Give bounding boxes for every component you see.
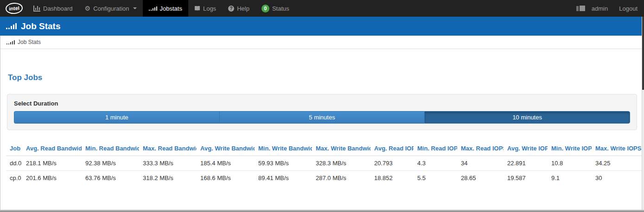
bar-chart-icon [33, 6, 40, 12]
column-header-label: Min. Write IOPS [551, 145, 592, 152]
nav-item-label: Jobstats [160, 5, 182, 12]
column-header-label: Max. Write Bandwidth [316, 145, 370, 152]
column-header-label: Max. Write IOPS [595, 145, 641, 152]
table-cell: 22.891 [504, 156, 548, 171]
duration-option[interactable]: 1 minute [14, 111, 219, 124]
logged-in-user: admin [570, 5, 614, 12]
column-header-label: Avg. Read IOPS [374, 145, 414, 152]
column-header[interactable]: Max. Write Bandwidth [312, 141, 370, 156]
table-cell: 185.4 MB/s [197, 156, 255, 171]
table-cell: 34 [457, 156, 504, 171]
duration-panel: Select Duration 1 minute 5 minutes 10 mi… [7, 94, 637, 130]
table-cell: 287.0 MB/s [312, 171, 370, 186]
duration-panel-label: Select Duration [14, 100, 630, 107]
nav-item-dashboard[interactable]: Dashboard [27, 0, 79, 17]
table-cell: 9.1 [548, 171, 592, 186]
status-count-badge: 0 [261, 5, 269, 12]
column-header-label: Min. Write Bandwidth [258, 145, 312, 152]
chevron-down-icon [133, 7, 137, 9]
page-title: Job Stats [21, 21, 61, 31]
table-cell: 5.5 [414, 171, 457, 186]
table-cell: 18.852 [370, 171, 414, 186]
column-header[interactable]: Max. Write IOPS [592, 141, 644, 156]
duration-button-group: 1 minute 5 minutes 10 minutes [14, 111, 630, 124]
table-cell: 19.587 [504, 171, 548, 186]
column-header-label: Max. Read IOPS [461, 145, 504, 152]
top-navbar: intel Dashboard Configuration Jobstats L… [0, 0, 644, 17]
table-cell: dd.0 [6, 156, 22, 171]
table-cell: 218.1 MB/s [22, 156, 82, 171]
nav-item-label: Dashboard [43, 5, 73, 12]
table-cell: 63.76 MB/s [82, 171, 139, 186]
help-icon [228, 6, 234, 12]
breadcrumb: Job Stats [0, 36, 644, 49]
nav-item-help[interactable]: Help [222, 0, 255, 17]
brand: intel [0, 0, 27, 17]
table-cell: 328.3 MB/s [312, 156, 370, 171]
signal-icon [149, 6, 157, 11]
column-header[interactable]: Avg. Write IOPS [504, 141, 548, 156]
user-icon [576, 6, 585, 11]
nav-item-logs[interactable]: Logs [188, 0, 222, 17]
column-header-label: Job [10, 145, 20, 152]
column-header[interactable]: Avg. Write Bandwidth [197, 141, 255, 156]
table-cell: 10.8 [548, 156, 592, 171]
logout-button[interactable]: Logout [614, 5, 644, 12]
column-header[interactable]: Max. Read Bandwidth [139, 141, 197, 156]
column-header[interactable]: Job [6, 141, 22, 156]
table-cell: 92.38 MB/s [82, 156, 139, 171]
column-header-label: Min. Read IOPS [417, 145, 457, 152]
nav-item-configuration[interactable]: Configuration [79, 0, 143, 17]
nav-item-label: Help [237, 5, 249, 12]
section-title: Top Jobs [8, 73, 644, 82]
scrollbar-thumb[interactable] [642, 17, 644, 90]
column-header-label: Min. Read Bandwidth [85, 145, 139, 152]
table-cell: 168.6 MB/s [197, 171, 255, 186]
column-header[interactable]: Min. Write IOPS [548, 141, 592, 156]
column-header-label: Avg. Write Bandwidth [200, 145, 255, 152]
column-header-label: Avg. Read Bandwidth [26, 145, 82, 152]
column-header[interactable]: Avg. Read IOPS [370, 141, 414, 156]
table-body: dd.0218.1 MB/s92.38 MB/s333.3 MB/s185.4 … [6, 156, 644, 186]
intel-logo-icon: intel [5, 2, 23, 15]
jobs-table-wrap: JobAvg. Read BandwidthMin. Read Bandwidt… [0, 141, 644, 185]
column-header[interactable]: Avg. Read Bandwidth [22, 141, 82, 156]
nav-item-status[interactable]: 0 Status [255, 0, 295, 17]
nav-item-label: Logs [203, 5, 216, 12]
book-icon [194, 6, 200, 11]
nav-item-label: Status [272, 5, 289, 12]
bottom-edge-bar [0, 210, 644, 212]
page-body: Job Stats Top Jobs Select Duration 1 min… [0, 36, 644, 212]
duration-option[interactable]: 5 minutes [219, 111, 425, 124]
navbar-right: admin Logout [570, 0, 644, 17]
vertical-scrollbar[interactable] [642, 17, 644, 212]
table-header-row: JobAvg. Read BandwidthMin. Read Bandwidt… [6, 141, 644, 156]
column-header[interactable]: Min. Read IOPS [414, 141, 457, 156]
table-cell: 4.3 [414, 156, 457, 171]
jobs-table: JobAvg. Read BandwidthMin. Read Bandwidt… [6, 141, 644, 185]
table-cell: 201.6 MB/s [22, 171, 82, 186]
column-header[interactable]: Max. Read IOPS [457, 141, 504, 156]
table-cell: 89.41 MB/s [255, 171, 312, 186]
username-label: admin [592, 5, 608, 12]
nav-item-jobstats[interactable]: Jobstats [143, 0, 188, 17]
table-row: cp.0201.6 MB/s63.76 MB/s318.2 MB/s168.6 … [6, 171, 644, 186]
column-header-label: Avg. Write IOPS [507, 145, 548, 152]
duration-option[interactable]: 10 minutes [424, 111, 630, 124]
gear-icon [85, 5, 91, 12]
column-header[interactable]: Min. Read Bandwidth [82, 141, 139, 156]
breadcrumb-item-job-stats[interactable]: Job Stats [18, 39, 41, 45]
page-header: Job Stats [0, 17, 644, 36]
table-cell: 59.93 MB/s [255, 156, 312, 171]
signal-icon [6, 23, 17, 29]
table-cell: cp.0 [6, 171, 22, 186]
table-row: dd.0218.1 MB/s92.38 MB/s333.3 MB/s185.4 … [6, 156, 644, 171]
table-cell: 333.3 MB/s [139, 156, 197, 171]
nav-item-label: Configuration [93, 5, 129, 12]
signal-icon [6, 40, 15, 44]
table-cell: 30 [592, 171, 644, 186]
column-header-label: Max. Read Bandwidth [143, 145, 197, 152]
column-header[interactable]: Min. Write Bandwidth [255, 141, 312, 156]
table-cell: 318.2 MB/s [139, 171, 197, 186]
table-cell: 20.793 [370, 156, 414, 171]
